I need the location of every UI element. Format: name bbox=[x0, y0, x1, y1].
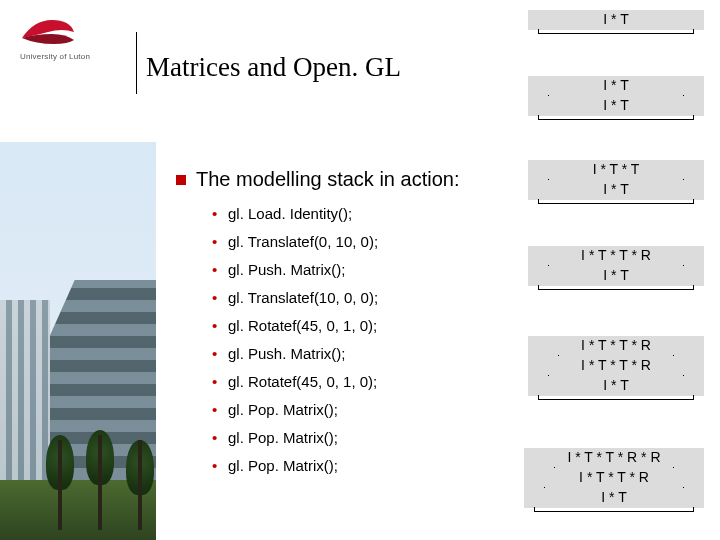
stack-row: I * T bbox=[528, 96, 704, 116]
uni-logo bbox=[18, 14, 78, 50]
bullet-dot-icon: • bbox=[212, 396, 228, 424]
side-photo bbox=[0, 142, 156, 540]
code-item: •gl. Rotatef(45, 0, 1, 0); bbox=[212, 312, 378, 340]
stack-row: I * T bbox=[528, 180, 704, 200]
slide-title: Matrices and Open. GL bbox=[146, 52, 401, 83]
code-item: •gl. Load. Identity(); bbox=[212, 200, 378, 228]
code-item-text: gl. Pop. Matrix(); bbox=[228, 429, 338, 446]
stack-row-label: I * T bbox=[603, 77, 628, 93]
stack-row-label: I * T * T * R bbox=[579, 469, 649, 485]
stack-5: I * T * T * R * RI * T * T * RI * T bbox=[524, 448, 704, 508]
stack-row: I * T * T * R bbox=[524, 468, 704, 488]
code-item-text: gl. Push. Matrix(); bbox=[228, 261, 346, 278]
stack-row-label: I * T bbox=[603, 11, 628, 27]
stack-4: I * T * T * RI * T * T * RI * T bbox=[528, 336, 704, 396]
lead-text: The modelling stack in action: bbox=[196, 168, 459, 190]
matrix-stacks: I * T I * TI * T I * T * TI * T I * T * … bbox=[530, 0, 720, 540]
code-list: •gl. Load. Identity();•gl. Translatef(0,… bbox=[212, 200, 378, 480]
code-item: •gl. Translatef(0, 10, 0); bbox=[212, 228, 378, 256]
stack-row: I * T bbox=[528, 376, 704, 396]
bullet-square-icon bbox=[176, 175, 186, 185]
bullet-dot-icon: • bbox=[212, 424, 228, 452]
stack-row-label: I * T * T bbox=[593, 161, 640, 177]
stack-row: I * T * T * R * R bbox=[524, 448, 704, 468]
header-divider bbox=[136, 32, 137, 94]
code-item-text: gl. Push. Matrix(); bbox=[228, 345, 346, 362]
stack-row-label: I * T bbox=[603, 377, 628, 393]
stack-row-label: I * T * T * R bbox=[581, 337, 651, 353]
code-item: •gl. Pop. Matrix(); bbox=[212, 424, 378, 452]
code-item: •gl. Push. Matrix(); bbox=[212, 256, 378, 284]
code-item-text: gl. Translatef(0, 10, 0); bbox=[228, 233, 378, 250]
bullet-dot-icon: • bbox=[212, 284, 228, 312]
stack-row: I * T bbox=[524, 488, 704, 508]
stack-row: I * T * T * R bbox=[528, 246, 704, 266]
code-item-text: gl. Translatef(10, 0, 0); bbox=[228, 289, 378, 306]
stack-row-label: I * T bbox=[603, 181, 628, 197]
stack-row-label: I * T bbox=[603, 97, 628, 113]
code-item: •gl. Translatef(10, 0, 0); bbox=[212, 284, 378, 312]
stack-row: I * T bbox=[528, 266, 704, 286]
code-item: •gl. Pop. Matrix(); bbox=[212, 452, 378, 480]
code-item: •gl. Rotatef(45, 0, 1, 0); bbox=[212, 368, 378, 396]
logo-swoosh-icon bbox=[18, 14, 78, 50]
lead-bullet: The modelling stack in action: bbox=[176, 168, 459, 191]
code-item-text: gl. Rotatef(45, 0, 1, 0); bbox=[228, 373, 377, 390]
stack-row: I * T * T * R bbox=[528, 336, 704, 356]
bullet-dot-icon: • bbox=[212, 340, 228, 368]
stack-3: I * T * T * RI * T bbox=[528, 246, 704, 286]
bullet-dot-icon: • bbox=[212, 228, 228, 256]
code-item-text: gl. Pop. Matrix(); bbox=[228, 401, 338, 418]
stack-row-label: I * T bbox=[601, 489, 626, 505]
stack-2: I * T * TI * T bbox=[528, 160, 704, 200]
stack-row-label: I * T * T * R * R bbox=[567, 449, 660, 465]
bullet-dot-icon: • bbox=[212, 256, 228, 284]
stack-row-label: I * T * T * R bbox=[581, 247, 651, 263]
code-item-text: gl. Load. Identity(); bbox=[228, 205, 352, 222]
bullet-dot-icon: • bbox=[212, 368, 228, 396]
bullet-dot-icon: • bbox=[212, 312, 228, 340]
stack-row-label: I * T * T * R bbox=[581, 357, 651, 373]
bullet-dot-icon: • bbox=[212, 452, 228, 480]
code-item-text: gl. Pop. Matrix(); bbox=[228, 457, 338, 474]
stack-1: I * TI * T bbox=[528, 76, 704, 116]
code-item: •gl. Push. Matrix(); bbox=[212, 340, 378, 368]
stack-row: I * T * T bbox=[528, 160, 704, 180]
bullet-dot-icon: • bbox=[212, 200, 228, 228]
stack-row-label: I * T bbox=[603, 267, 628, 283]
stack-0: I * T bbox=[528, 10, 704, 30]
code-item-text: gl. Rotatef(45, 0, 1, 0); bbox=[228, 317, 377, 334]
stack-row: I * T * T * R bbox=[528, 356, 704, 376]
logo-text: University of Luton bbox=[20, 52, 90, 61]
code-item: •gl. Pop. Matrix(); bbox=[212, 396, 378, 424]
stack-row: I * T bbox=[528, 10, 704, 30]
stack-row: I * T bbox=[528, 76, 704, 96]
